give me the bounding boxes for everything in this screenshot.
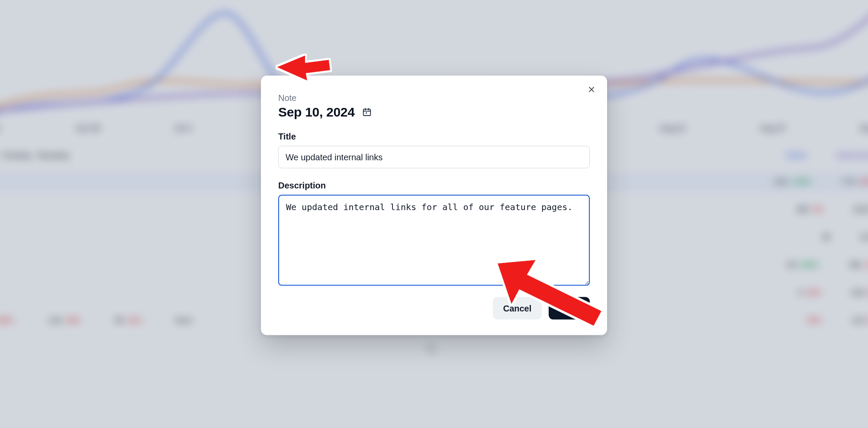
svg-rect-2	[366, 113, 367, 114]
close-icon	[587, 85, 596, 94]
close-button[interactable]	[584, 82, 599, 97]
title-label: Title	[278, 132, 590, 142]
date-picker-button[interactable]	[361, 106, 373, 118]
title-input[interactable]	[278, 146, 590, 169]
note-dialog: Note Sep 10, 2024 Title Description Canc…	[261, 76, 607, 335]
description-textarea[interactable]	[278, 195, 590, 286]
save-button[interactable]: Save	[549, 297, 590, 320]
description-label: Description	[278, 181, 590, 191]
cancel-button[interactable]: Cancel	[493, 297, 542, 320]
calendar-icon	[362, 107, 372, 117]
note-date: Sep 10, 2024	[278, 105, 355, 120]
dialog-eyebrow: Note	[278, 93, 590, 103]
svg-rect-1	[363, 109, 370, 116]
